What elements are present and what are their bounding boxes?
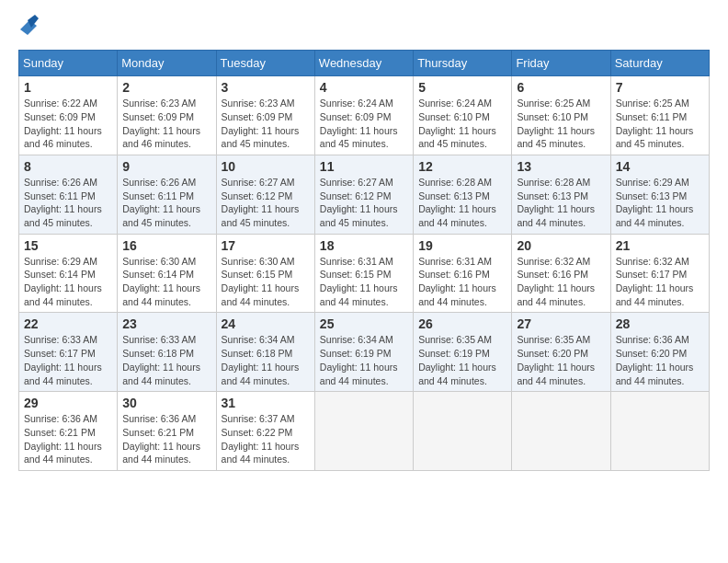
calendar-day-1: 1 Sunrise: 6:22 AMSunset: 6:09 PMDayligh… [19,76,118,155]
day-info: Sunrise: 6:35 AMSunset: 6:19 PMDaylight:… [418,334,496,385]
day-info: Sunrise: 6:27 AMSunset: 6:12 PMDaylight:… [320,177,398,228]
calendar-day-20: 20 Sunrise: 6:32 AMSunset: 6:16 PMDaylig… [512,234,610,313]
day-info: Sunrise: 6:22 AMSunset: 6:09 PMDaylight:… [24,98,102,149]
day-number: 15 [24,238,112,253]
weekday-tuesday: Tuesday [216,51,314,76]
day-number: 20 [517,238,605,253]
calendar-day-30: 30 Sunrise: 6:36 AMSunset: 6:21 PMDaylig… [118,392,216,471]
calendar-week-4: 22 Sunrise: 6:33 AMSunset: 6:17 PMDaylig… [19,313,710,392]
day-number: 5 [418,80,506,95]
day-number: 11 [320,159,408,174]
day-number: 21 [616,238,704,253]
day-number: 25 [320,316,408,331]
day-info: Sunrise: 6:31 AMSunset: 6:15 PMDaylight:… [320,256,398,307]
day-number: 23 [122,316,210,331]
day-info: Sunrise: 6:31 AMSunset: 6:16 PMDaylight:… [418,256,496,307]
calendar-day-26: 26 Sunrise: 6:35 AMSunset: 6:19 PMDaylig… [414,313,512,392]
day-info: Sunrise: 6:33 AMSunset: 6:17 PMDaylight:… [24,334,102,385]
day-info: Sunrise: 6:26 AMSunset: 6:11 PMDaylight:… [24,177,102,228]
day-info: Sunrise: 6:28 AMSunset: 6:13 PMDaylight:… [418,177,496,228]
day-number: 9 [122,159,210,174]
day-number: 27 [517,316,605,331]
calendar-day-31: 31 Sunrise: 6:37 AMSunset: 6:22 PMDaylig… [216,392,314,471]
day-info: Sunrise: 6:34 AMSunset: 6:19 PMDaylight:… [320,334,398,385]
day-info: Sunrise: 6:24 AMSunset: 6:10 PMDaylight:… [418,98,496,149]
day-number: 8 [24,159,112,174]
day-info: Sunrise: 6:37 AMSunset: 6:22 PMDaylight:… [222,413,300,465]
calendar-day-11: 11 Sunrise: 6:27 AMSunset: 6:12 PMDaylig… [314,155,413,234]
day-number: 30 [122,396,210,410]
weekday-thursday: Thursday [414,51,512,76]
calendar-day-22: 22 Sunrise: 6:33 AMSunset: 6:17 PMDaylig… [19,313,118,392]
day-info: Sunrise: 6:29 AMSunset: 6:14 PMDaylight:… [24,256,102,307]
weekday-monday: Monday [118,51,216,76]
day-info: Sunrise: 6:25 AMSunset: 6:10 PMDaylight:… [517,98,595,149]
day-number: 6 [517,80,605,95]
calendar-day-23: 23 Sunrise: 6:33 AMSunset: 6:18 PMDaylig… [118,313,216,392]
calendar-week-1: 1 Sunrise: 6:22 AMSunset: 6:09 PMDayligh… [19,76,710,155]
day-number: 3 [222,80,310,95]
day-number: 14 [616,159,704,174]
calendar-day-3: 3 Sunrise: 6:23 AMSunset: 6:09 PMDayligh… [216,76,314,155]
calendar-table: SundayMondayTuesdayWednesdayThursdayFrid… [18,50,710,471]
weekday-saturday: Saturday [610,51,709,76]
calendar-day-15: 15 Sunrise: 6:29 AMSunset: 6:14 PMDaylig… [19,234,118,313]
logo [18,18,39,40]
calendar-day-9: 9 Sunrise: 6:26 AMSunset: 6:11 PMDayligh… [118,155,216,234]
weekday-sunday: Sunday [19,51,118,76]
calendar-day-28: 28 Sunrise: 6:36 AMSunset: 6:20 PMDaylig… [610,313,709,392]
calendar-week-2: 8 Sunrise: 6:26 AMSunset: 6:11 PMDayligh… [19,155,710,234]
calendar-day-21: 21 Sunrise: 6:32 AMSunset: 6:17 PMDaylig… [610,234,709,313]
day-number: 4 [320,80,408,95]
calendar-day-25: 25 Sunrise: 6:34 AMSunset: 6:19 PMDaylig… [314,313,413,392]
day-info: Sunrise: 6:26 AMSunset: 6:11 PMDaylight:… [122,177,200,228]
day-number: 1 [24,80,112,95]
day-number: 31 [222,396,310,410]
calendar-week-3: 15 Sunrise: 6:29 AMSunset: 6:14 PMDaylig… [19,234,710,313]
day-info: Sunrise: 6:30 AMSunset: 6:14 PMDaylight:… [122,256,200,307]
day-info: Sunrise: 6:35 AMSunset: 6:20 PMDaylight:… [517,334,595,385]
calendar-week-5: 29 Sunrise: 6:36 AMSunset: 6:21 PMDaylig… [19,392,710,471]
day-number: 24 [222,316,310,331]
day-info: Sunrise: 6:33 AMSunset: 6:18 PMDaylight:… [122,334,200,385]
calendar-day-14: 14 Sunrise: 6:29 AMSunset: 6:13 PMDaylig… [610,155,709,234]
day-number: 13 [517,159,605,174]
day-number: 29 [24,396,112,410]
day-info: Sunrise: 6:36 AMSunset: 6:20 PMDaylight:… [616,334,694,385]
day-number: 12 [418,159,506,174]
weekday-friday: Friday [512,51,610,76]
day-info: Sunrise: 6:36 AMSunset: 6:21 PMDaylight:… [24,413,102,465]
day-info: Sunrise: 6:30 AMSunset: 6:15 PMDaylight:… [222,256,300,307]
calendar-day-17: 17 Sunrise: 6:30 AMSunset: 6:15 PMDaylig… [216,234,314,313]
calendar-day-8: 8 Sunrise: 6:26 AMSunset: 6:11 PMDayligh… [19,155,118,234]
day-number: 17 [222,238,310,253]
calendar-day-29: 29 Sunrise: 6:36 AMSunset: 6:21 PMDaylig… [19,392,118,471]
empty-cell [610,392,709,471]
day-info: Sunrise: 6:23 AMSunset: 6:09 PMDaylight:… [122,98,200,149]
calendar-day-5: 5 Sunrise: 6:24 AMSunset: 6:10 PMDayligh… [414,76,512,155]
day-number: 22 [24,316,112,331]
calendar-day-12: 12 Sunrise: 6:28 AMSunset: 6:13 PMDaylig… [414,155,512,234]
empty-cell [414,392,512,471]
calendar-day-4: 4 Sunrise: 6:24 AMSunset: 6:09 PMDayligh… [314,76,413,155]
day-number: 28 [616,316,704,331]
day-number: 26 [418,316,506,331]
day-info: Sunrise: 6:23 AMSunset: 6:09 PMDaylight:… [222,98,300,149]
day-number: 2 [122,80,210,95]
calendar-day-18: 18 Sunrise: 6:31 AMSunset: 6:15 PMDaylig… [314,234,413,313]
day-info: Sunrise: 6:28 AMSunset: 6:13 PMDaylight:… [517,177,595,228]
weekday-wednesday: Wednesday [314,51,413,76]
day-info: Sunrise: 6:36 AMSunset: 6:21 PMDaylight:… [122,413,200,465]
calendar-day-27: 27 Sunrise: 6:35 AMSunset: 6:20 PMDaylig… [512,313,610,392]
calendar-day-13: 13 Sunrise: 6:28 AMSunset: 6:13 PMDaylig… [512,155,610,234]
day-info: Sunrise: 6:34 AMSunset: 6:18 PMDaylight:… [222,334,300,385]
calendar-day-2: 2 Sunrise: 6:23 AMSunset: 6:09 PMDayligh… [118,76,216,155]
calendar-day-16: 16 Sunrise: 6:30 AMSunset: 6:14 PMDaylig… [118,234,216,313]
calendar-day-19: 19 Sunrise: 6:31 AMSunset: 6:16 PMDaylig… [414,234,512,313]
calendar-day-10: 10 Sunrise: 6:27 AMSunset: 6:12 PMDaylig… [216,155,314,234]
day-number: 19 [418,238,506,253]
empty-cell [314,392,413,471]
day-number: 16 [122,238,210,253]
weekday-header-row: SundayMondayTuesdayWednesdayThursdayFrid… [19,51,710,76]
empty-cell [512,392,610,471]
